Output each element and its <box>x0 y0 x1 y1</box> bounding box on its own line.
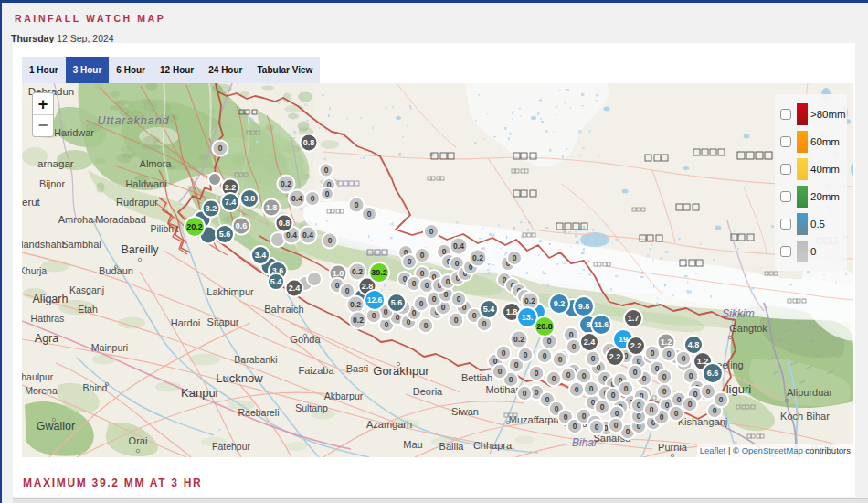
svg-text:Siwan: Siwan <box>451 406 479 417</box>
svg-text:0: 0 <box>325 189 330 198</box>
svg-text:0: 0 <box>582 412 587 421</box>
svg-text:Uttarakhand: Uttarakhand <box>97 114 169 127</box>
svg-text:0: 0 <box>311 194 315 203</box>
svg-text:2.2: 2.2 <box>225 183 237 192</box>
svg-text:0: 0 <box>420 269 425 278</box>
svg-text:Gwalior: Gwalior <box>37 420 75 433</box>
svg-text:2.2: 2.2 <box>630 341 642 350</box>
svg-text:0: 0 <box>713 406 717 415</box>
svg-text:4.8: 4.8 <box>688 340 700 349</box>
svg-text:Mau: Mau <box>403 439 422 450</box>
svg-text:3.8: 3.8 <box>244 194 256 203</box>
svg-text:0: 0 <box>682 354 686 363</box>
svg-text:Haridwar: Haridwar <box>54 127 94 138</box>
svg-text:0: 0 <box>455 259 460 268</box>
svg-text:0: 0 <box>385 320 389 329</box>
svg-text:0: 0 <box>564 412 568 422</box>
svg-text:0: 0 <box>419 299 424 308</box>
svg-text:1.8: 1.8 <box>333 269 344 278</box>
svg-text:0: 0 <box>572 342 577 351</box>
svg-text:0: 0 <box>633 368 638 377</box>
svg-text:0: 0 <box>615 409 619 418</box>
svg-text:9.8: 9.8 <box>578 302 590 311</box>
svg-text:0: 0 <box>674 409 679 418</box>
svg-text:Pilibhit: Pilibhit <box>151 223 179 234</box>
svg-text:0: 0 <box>408 257 412 266</box>
svg-text:Bareilly: Bareilly <box>122 243 160 256</box>
svg-text:0: 0 <box>677 395 682 404</box>
svg-text:0: 0 <box>582 371 587 380</box>
svg-text:Purnia: Purnia <box>658 442 688 453</box>
svg-text:0: 0 <box>543 351 547 360</box>
svg-text:Orai: Orai <box>129 435 148 446</box>
svg-text:Alipurduar: Alipurduar <box>787 387 832 398</box>
svg-text:39.2: 39.2 <box>371 268 387 277</box>
svg-text:8: 8 <box>586 320 590 329</box>
svg-text:0: 0 <box>457 294 461 304</box>
svg-text:Ballia: Ballia <box>439 441 465 452</box>
svg-text:5.4: 5.4 <box>483 305 495 314</box>
svg-text:0: 0 <box>566 370 571 380</box>
svg-text:0: 0 <box>446 277 450 286</box>
svg-text:iliguri: iliguri <box>724 382 751 396</box>
svg-text:0.4: 0.4 <box>453 241 464 251</box>
svg-text:0: 0 <box>614 421 619 430</box>
svg-text:5.4: 5.4 <box>270 277 282 286</box>
svg-text:20.2: 20.2 <box>186 222 203 231</box>
svg-text:Basti: Basti <box>346 363 368 374</box>
svg-text:0: 0 <box>328 236 333 245</box>
svg-text:0: 0 <box>591 354 596 363</box>
svg-text:0.2: 0.2 <box>281 179 291 188</box>
svg-text:landshahr: landshahr <box>22 239 66 250</box>
svg-text:Hathras: Hathras <box>31 313 65 324</box>
svg-text:Fatehpur: Fatehpur <box>212 441 251 452</box>
svg-text:0: 0 <box>429 227 434 236</box>
svg-text:Lakhimpur: Lakhimpur <box>206 286 254 297</box>
svg-text:0: 0 <box>719 395 724 404</box>
svg-text:0.8: 0.8 <box>303 138 315 147</box>
svg-text:19: 19 <box>619 335 628 344</box>
svg-text:0: 0 <box>441 303 446 312</box>
svg-text:1.8: 1.8 <box>506 307 518 316</box>
svg-text:Kasganj: Kasganj <box>69 284 104 295</box>
svg-text:Kishanganj: Kishanganj <box>678 416 727 427</box>
svg-text:arnagar: arnagar <box>37 158 74 169</box>
svg-text:0: 0 <box>420 251 425 260</box>
svg-text:0.8: 0.8 <box>279 219 291 228</box>
svg-text:0: 0 <box>482 319 487 328</box>
svg-text:Haldwani: Haldwani <box>125 178 166 189</box>
svg-text:0: 0 <box>689 371 693 380</box>
svg-text:1.7: 1.7 <box>628 314 640 323</box>
svg-text:Khurja: Khurja <box>22 265 47 276</box>
svg-text:Rudrapur: Rudrapur <box>116 197 158 208</box>
svg-text:0.2: 0.2 <box>352 267 363 276</box>
svg-text:0: 0 <box>218 144 223 153</box>
svg-text:0: 0 <box>558 355 563 364</box>
svg-text:0: 0 <box>324 166 329 175</box>
svg-text:0.2: 0.2 <box>472 253 483 262</box>
svg-text:9.2: 9.2 <box>554 299 566 308</box>
svg-text:0: 0 <box>667 349 672 359</box>
svg-text:0: 0 <box>424 321 429 330</box>
svg-text:Kanpur: Kanpur <box>181 386 220 400</box>
svg-text:Akbarpur: Akbarpur <box>324 391 364 401</box>
svg-text:0: 0 <box>412 279 417 288</box>
svg-text:0: 0 <box>575 385 579 394</box>
svg-text:0: 0 <box>660 412 664 422</box>
svg-text:Budaun: Budaun <box>99 265 133 276</box>
svg-text:Morena: Morena <box>25 385 58 396</box>
svg-text:Gangtok: Gangtok <box>729 323 767 334</box>
svg-text:Almora: Almora <box>140 158 173 169</box>
svg-text:2.4: 2.4 <box>584 337 596 347</box>
svg-text:0: 0 <box>595 423 599 432</box>
svg-text:Agra: Agra <box>35 332 58 345</box>
svg-text:Bhind: Bhind <box>83 382 108 393</box>
svg-text:0.6: 0.6 <box>236 221 248 230</box>
svg-text:0.2: 0.2 <box>524 296 535 305</box>
svg-text:0: 0 <box>706 387 711 396</box>
svg-text:1.8: 1.8 <box>266 203 278 212</box>
svg-text:13.: 13. <box>522 313 534 322</box>
svg-text:0: 0 <box>665 401 670 410</box>
svg-text:Barabanki: Barabanki <box>234 354 277 365</box>
svg-text:Dhaulpur: Dhaulpur <box>22 371 54 382</box>
